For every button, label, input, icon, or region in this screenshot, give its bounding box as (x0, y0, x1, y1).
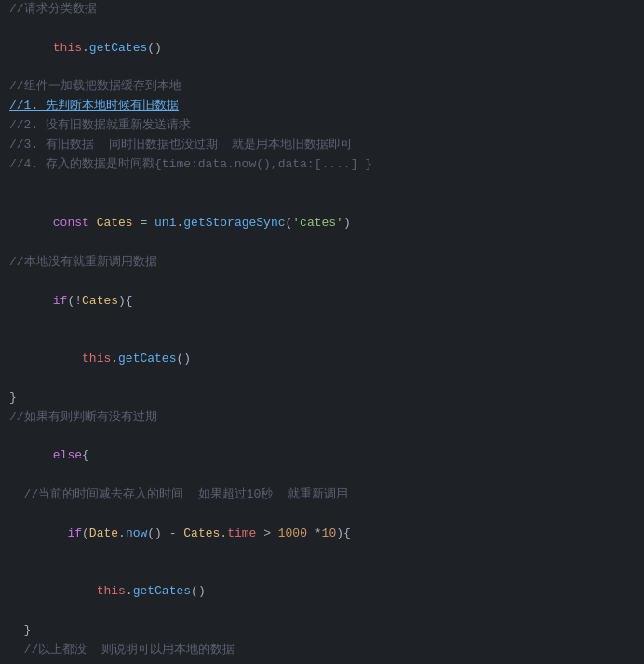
code-line: //2. 没有旧数据就重新发送请求 (0, 116, 644, 136)
code-line: //1. 先判断本地时候有旧数据 (0, 97, 644, 116)
code-line: if(Date.now() - Cates.time > 1000 *10){ (0, 505, 644, 563)
code-line: } (0, 389, 644, 408)
code-line: this.getCates() (0, 330, 644, 388)
code-line: //以上都没 则说明可以用本地的数据 (0, 641, 644, 660)
code-line: this.getCates() (0, 563, 644, 620)
code-line: const Cates = uni.getStorageSync('cates'… (0, 194, 644, 252)
code-line: else{ (0, 660, 644, 664)
code-line: else{ (0, 428, 644, 485)
code-line: if(!Cates){ (0, 272, 644, 330)
code-line: //3. 有旧数据 同时旧数据也没过期 就是用本地旧数据即可 (0, 136, 644, 155)
code-line: this.getCates() (0, 20, 644, 77)
code-line: //请求分类数据 (0, 0, 644, 20)
code-line: } (0, 621, 644, 641)
code-line: //当前的时间减去存入的时间 如果超过10秒 就重新调用 (0, 485, 644, 505)
code-line (0, 175, 644, 194)
code-line: //如果有则判断有没有过期 (0, 408, 644, 428)
code-line: //组件一加载把数据缓存到本地 (0, 77, 644, 97)
code-line: //4. 存入的数据是时间戳{time:data.now(),data:[...… (0, 155, 644, 175)
code-line: //本地没有就重新调用数据 (0, 253, 644, 272)
code-editor: //请求分类数据 this.getCates() //组件一加载把数据缓存到本地… (0, 0, 644, 664)
